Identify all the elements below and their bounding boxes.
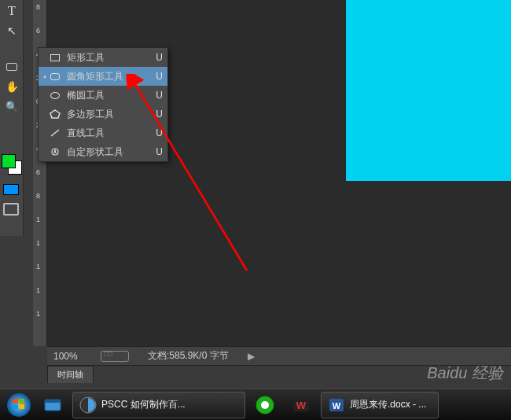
timeline-panel: 时间轴: [47, 365, 511, 382]
zoom-value[interactable]: 100%: [53, 351, 101, 362]
quick-mask-icon[interactable]: [3, 184, 19, 195]
screen-mode-icon[interactable]: [3, 203, 19, 216]
roundrect-icon: [48, 73, 62, 80]
popup-item-key: U: [150, 90, 163, 101]
taskbar-app-label: PSCC 如何制作百...: [101, 398, 186, 411]
popup-item-key: U: [150, 146, 163, 157]
svg-rect-9: [45, 400, 61, 403]
taskbar-app-label: 周恩来传.docx - ...: [350, 398, 426, 411]
taskbar-360-icon[interactable]: [248, 392, 281, 418]
start-button[interactable]: [3, 389, 35, 421]
popup-item-label: 多边形工具: [67, 108, 150, 121]
popup-item-key: U: [150, 127, 163, 138]
svg-point-12: [261, 401, 269, 409]
popup-item-label: 直线工具: [67, 127, 150, 140]
popup-item-label: 椭圆工具: [67, 89, 150, 102]
svg-rect-6: [13, 404, 18, 409]
type-tool-icon[interactable]: T: [1, 2, 23, 20]
rect-icon: [48, 54, 62, 61]
line-icon: [48, 128, 62, 138]
toolbar-left: T ↖ ✋ 🔍: [0, 0, 24, 236]
color-swatches[interactable]: [2, 154, 24, 176]
path-select-icon[interactable]: ↖: [1, 21, 23, 40]
svg-marker-0: [50, 110, 60, 118]
popup-item-line[interactable]: 直线工具 U: [39, 123, 167, 142]
selected-dot: ▪: [42, 72, 48, 81]
svg-rect-5: [19, 399, 24, 403]
svg-text:W: W: [333, 401, 341, 411]
popup-item-ellipse[interactable]: 椭圆工具 U: [39, 86, 167, 105]
device-preview-icon[interactable]: [101, 351, 129, 362]
tab-timeline[interactable]: 时间轴: [47, 366, 94, 383]
popup-item-key: U: [150, 71, 163, 82]
popup-item-label: 圆角矩形工具: [67, 70, 150, 83]
popup-item-label: 矩形工具: [67, 51, 150, 64]
status-bar: 100% 文档:585.9K/0 字节 ▶: [47, 346, 511, 365]
popup-item-label: 自定形状工具: [67, 146, 150, 159]
taskbar: PSCC 如何制作百... W W 周恩来传.docx - ...: [0, 389, 511, 420]
svg-rect-4: [13, 399, 18, 403]
status-arrow-icon[interactable]: ▶: [248, 351, 255, 362]
ellipse-icon: [48, 92, 62, 99]
polygon-icon: [48, 109, 62, 119]
popup-item-rectangle[interactable]: 矩形工具 U: [39, 48, 167, 67]
svg-rect-7: [19, 404, 24, 409]
taskbar-app-word[interactable]: W 周恩来传.docx - ...: [321, 392, 439, 418]
popup-item-key: U: [150, 52, 163, 63]
custom-shape-icon: [48, 147, 62, 157]
taskbar-app-browser[interactable]: PSCC 如何制作百...: [72, 392, 245, 418]
popup-item-custom-shape[interactable]: 自定形状工具 U: [39, 142, 167, 161]
popup-item-polygon[interactable]: 多边形工具 U: [39, 105, 167, 123]
doc-info: 文档:585.9K/0 字节: [148, 349, 229, 363]
rectangle-tool-icon[interactable]: [1, 57, 23, 76]
canvas-shape-rect: [346, 0, 511, 181]
popup-item-key: U: [150, 109, 163, 120]
svg-line-1: [51, 130, 59, 136]
zoom-tool-icon[interactable]: 🔍: [1, 97, 23, 116]
hand-tool-icon[interactable]: ✋: [1, 77, 23, 96]
taskbar-wps-icon[interactable]: W: [285, 392, 318, 418]
shape-tool-popup: 矩形工具 U ▪ 圆角矩形工具 U 椭圆工具 U 多边形工具 U 直线工具 U …: [38, 47, 168, 162]
svg-text:W: W: [296, 400, 307, 411]
popup-item-rounded-rect[interactable]: ▪ 圆角矩形工具 U: [39, 67, 167, 86]
taskbar-explorer-icon[interactable]: [36, 392, 69, 418]
